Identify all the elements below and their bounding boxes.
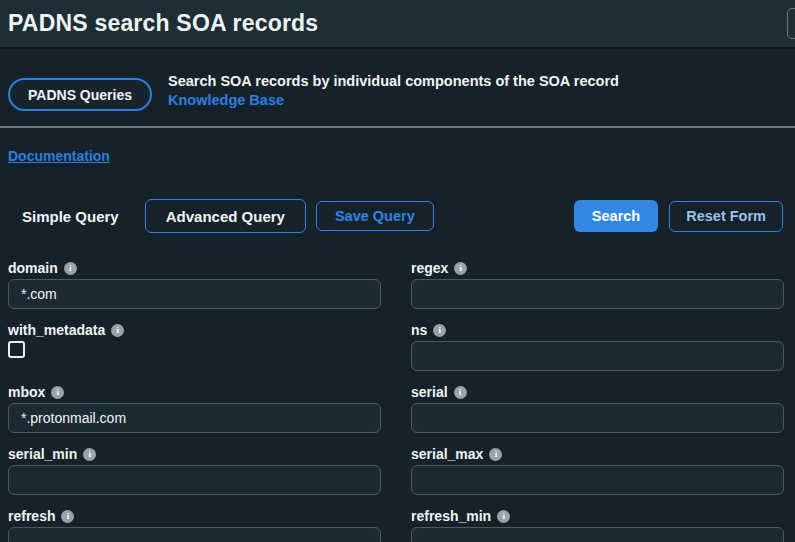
knowledge-base-link[interactable]: Knowledge Base bbox=[168, 91, 284, 110]
field-label-text: serial_max bbox=[411, 446, 483, 462]
field-label-text: domain bbox=[8, 260, 58, 276]
field-mbox: mboxi bbox=[8, 384, 381, 433]
intro-section: PADNS Queries Search SOA records by indi… bbox=[0, 47, 795, 128]
serial-input[interactable] bbox=[411, 403, 784, 433]
serial-label: seriali bbox=[411, 384, 784, 400]
save-query-button[interactable]: Save Query bbox=[316, 201, 434, 231]
with_metadata-checkbox[interactable] bbox=[8, 341, 25, 358]
page-title: PADNS search SOA records bbox=[8, 10, 318, 37]
main-content: Documentation Simple Query Advanced Quer… bbox=[0, 128, 795, 542]
field-domain: domaini bbox=[8, 260, 381, 309]
serial_min-label: serial_mini bbox=[8, 446, 381, 462]
info-icon[interactable]: i bbox=[61, 510, 74, 523]
field-serial_max: serial_maxi bbox=[411, 446, 784, 495]
info-icon[interactable]: i bbox=[454, 386, 467, 399]
header-cutoff-control[interactable] bbox=[787, 8, 795, 39]
field-refresh: refreshi bbox=[8, 508, 381, 542]
refresh-label: refreshi bbox=[8, 508, 381, 524]
ns-input[interactable] bbox=[411, 341, 784, 371]
search-button[interactable]: Search bbox=[574, 200, 658, 232]
info-icon[interactable]: i bbox=[454, 262, 467, 275]
mbox-label: mboxi bbox=[8, 384, 381, 400]
query-toolbar: Simple Query Advanced Query Save Query S… bbox=[8, 199, 783, 233]
page-header: PADNS search SOA records bbox=[0, 0, 795, 47]
badge-label: PADNS Queries bbox=[28, 87, 132, 103]
info-icon[interactable]: i bbox=[51, 386, 64, 399]
refresh_min-label: refresh_mini bbox=[411, 508, 784, 524]
field-label-text: regex bbox=[411, 260, 448, 276]
mbox-input[interactable] bbox=[8, 403, 381, 433]
intro-text: Search SOA records by individual compone… bbox=[168, 72, 619, 110]
field-regex: regexi bbox=[411, 260, 784, 309]
domain-label: domaini bbox=[8, 260, 381, 276]
info-icon[interactable]: i bbox=[111, 324, 124, 337]
info-icon[interactable]: i bbox=[489, 448, 502, 461]
domain-input[interactable] bbox=[8, 279, 381, 309]
soa-search-form: domainiwith_metadataimboxiserial_miniref… bbox=[8, 260, 783, 542]
simple-query-tab[interactable]: Simple Query bbox=[22, 208, 119, 225]
field-serial: seriali bbox=[411, 384, 784, 433]
form-column-left: domainiwith_metadataimboxiserial_miniref… bbox=[8, 260, 381, 542]
padns-search-page: PADNS search SOA records PADNS Queries S… bbox=[0, 0, 795, 542]
serial_max-label: serial_maxi bbox=[411, 446, 784, 462]
field-refresh_min: refresh_mini bbox=[411, 508, 784, 542]
serial_max-input[interactable] bbox=[411, 465, 784, 495]
regex-input[interactable] bbox=[411, 279, 784, 309]
reset-form-button[interactable]: Reset Form bbox=[669, 201, 783, 232]
field-label-text: ns bbox=[411, 322, 427, 338]
info-icon[interactable]: i bbox=[83, 448, 96, 461]
advanced-query-button[interactable]: Advanced Query bbox=[145, 199, 306, 233]
field-label-text: serial_min bbox=[8, 446, 77, 462]
regex-label: regexi bbox=[411, 260, 784, 276]
field-label-text: mbox bbox=[8, 384, 45, 400]
field-with_metadata: with_metadatai bbox=[8, 322, 381, 371]
serial_min-input[interactable] bbox=[8, 465, 381, 495]
info-icon[interactable]: i bbox=[497, 510, 510, 523]
info-icon[interactable]: i bbox=[64, 262, 77, 275]
intro-description: Search SOA records by individual compone… bbox=[168, 72, 619, 91]
form-column-right: regexinsiserialiserial_maxirefresh_mini bbox=[411, 260, 784, 542]
field-label-text: refresh bbox=[8, 508, 55, 524]
field-ns: nsi bbox=[411, 322, 784, 371]
with_metadata-label: with_metadatai bbox=[8, 322, 381, 338]
ns-label: nsi bbox=[411, 322, 784, 338]
field-label-text: with_metadata bbox=[8, 322, 105, 338]
refresh-input[interactable] bbox=[8, 527, 381, 542]
documentation-link[interactable]: Documentation bbox=[8, 148, 110, 164]
field-label-text: refresh_min bbox=[411, 508, 491, 524]
field-serial_min: serial_mini bbox=[8, 446, 381, 495]
refresh_min-input[interactable] bbox=[411, 527, 784, 542]
field-label-text: serial bbox=[411, 384, 448, 400]
info-icon[interactable]: i bbox=[433, 324, 446, 337]
padns-queries-badge[interactable]: PADNS Queries bbox=[8, 78, 152, 111]
